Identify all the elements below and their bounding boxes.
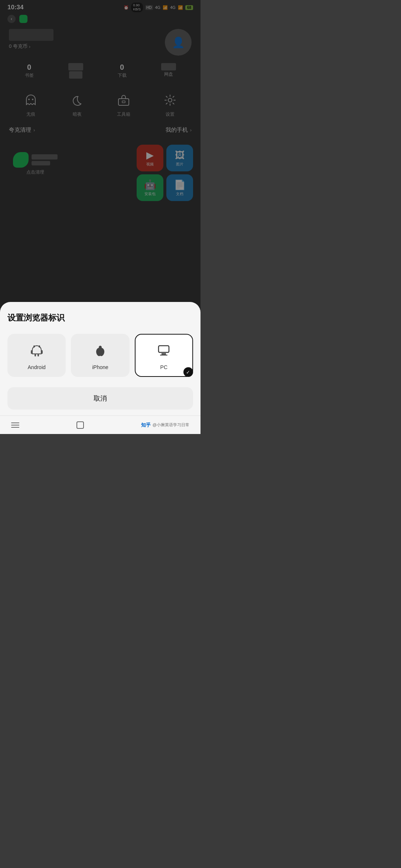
option-iphone[interactable]: iPhone xyxy=(71,334,129,377)
option-android-label: Android xyxy=(28,364,46,370)
nav-handle: @小揪英语学习日常 xyxy=(153,422,189,428)
option-pc[interactable]: PC ✓ xyxy=(135,334,193,377)
nav-home-button[interactable] xyxy=(76,421,84,429)
cancel-button[interactable]: 取消 xyxy=(7,387,193,410)
svg-rect-9 xyxy=(35,354,36,356)
options-row: Android iPhone PC ✓ xyxy=(7,334,193,377)
check-badge: ✓ xyxy=(183,367,193,377)
nav-menu-button[interactable] xyxy=(11,423,19,428)
apple-option-icon xyxy=(93,343,108,361)
nav-logo-text: 知乎 xyxy=(141,422,151,428)
option-pc-label: PC xyxy=(160,364,167,370)
option-android[interactable]: Android xyxy=(7,334,66,377)
bottom-sheet: 设置浏览器标识 Android xyxy=(0,302,200,415)
android-option-icon xyxy=(29,343,44,361)
svg-rect-8 xyxy=(41,350,43,354)
nav-bar: 知乎 @小揪英语学习日常 xyxy=(0,415,200,434)
menu-line-2 xyxy=(11,425,19,425)
svg-rect-10 xyxy=(38,354,39,356)
svg-rect-7 xyxy=(31,350,32,354)
svg-rect-11 xyxy=(159,346,169,352)
menu-line-1 xyxy=(11,423,19,423)
sheet-title: 设置浏览器标识 xyxy=(7,312,193,323)
svg-rect-12 xyxy=(162,353,166,355)
pc-option-icon xyxy=(156,343,171,361)
option-iphone-label: iPhone xyxy=(92,364,108,370)
nav-branding: 知乎 @小揪英语学习日常 xyxy=(141,422,189,428)
menu-line-3 xyxy=(11,427,19,428)
svg-rect-13 xyxy=(160,355,167,356)
